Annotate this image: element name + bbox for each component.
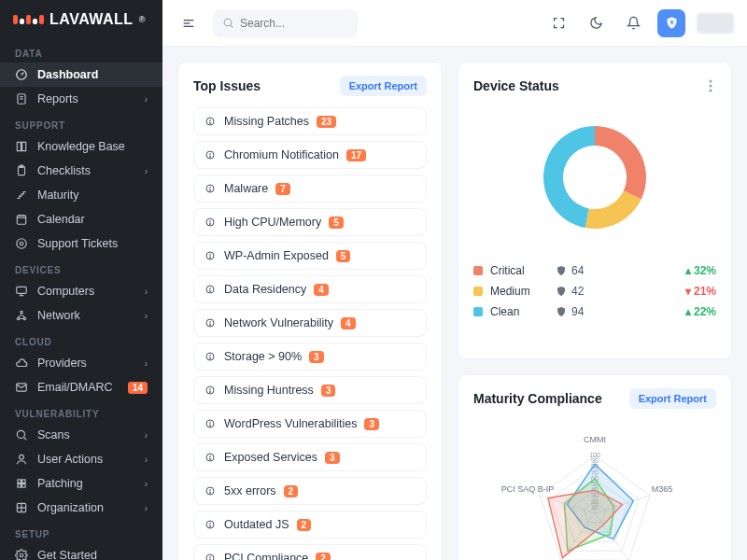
sidebar-item-patching[interactable]: Patching› bbox=[0, 471, 162, 496]
export-top-issues-button[interactable]: Export Report bbox=[340, 76, 427, 96]
menu-toggle-button[interactable] bbox=[176, 10, 202, 36]
sidebar-item-checklists[interactable]: Checklists› bbox=[0, 159, 162, 183]
search-box[interactable] bbox=[213, 9, 358, 37]
sidebar-item-calendar[interactable]: Calendar bbox=[0, 207, 162, 231]
expose-icon bbox=[204, 451, 217, 464]
sidebar-item-label: Reports bbox=[37, 92, 78, 105]
sidebar-item-network[interactable]: Network› bbox=[0, 303, 162, 328]
sidebar-item-organization[interactable]: Organization› bbox=[0, 496, 162, 520]
issue-list: Missing Patches23Chromium Notification17… bbox=[193, 107, 427, 560]
sidebar-item-label: Dashboard bbox=[37, 68, 98, 81]
chevron-right-icon: › bbox=[145, 358, 148, 369]
brand-name: LAVAWALL bbox=[49, 11, 134, 28]
report-icon bbox=[15, 92, 28, 105]
issue-label: PCI Compliance bbox=[224, 552, 308, 560]
svg-line-35 bbox=[231, 25, 233, 27]
shield-icon bbox=[556, 265, 567, 276]
fullscreen-button[interactable] bbox=[545, 10, 571, 36]
topbar bbox=[162, 0, 747, 47]
issue-row[interactable]: High CPU/Memory5 bbox=[193, 208, 427, 236]
search-icon bbox=[222, 17, 234, 29]
top-issues-card: Top Issues Export Report Missing Patches… bbox=[177, 62, 443, 560]
steps-icon bbox=[15, 189, 28, 202]
sidebar-item-scans[interactable]: Scans› bbox=[0, 423, 162, 447]
svg-point-83 bbox=[710, 85, 712, 88]
chevron-right-icon: › bbox=[145, 430, 148, 441]
svg-text:90: 90 bbox=[591, 457, 599, 464]
svg-rect-24 bbox=[18, 484, 21, 488]
issue-row[interactable]: Missing Huntress3 bbox=[193, 376, 427, 404]
sidebar-section-label: CLOUD bbox=[0, 328, 162, 351]
notifications-button[interactable] bbox=[620, 10, 646, 36]
issue-row[interactable]: WordPress Vulnerabilities3 bbox=[193, 410, 427, 438]
svg-point-54 bbox=[210, 291, 211, 292]
issue-row[interactable]: Malware7 bbox=[193, 175, 427, 203]
chevron-right-icon: › bbox=[145, 503, 148, 513]
issue-label: 5xx errors bbox=[224, 484, 276, 497]
globe-icon bbox=[204, 283, 217, 296]
gear-icon bbox=[15, 549, 28, 560]
sidebar-item-get-started[interactable]: Get Started bbox=[0, 543, 162, 560]
sidebar-item-email-dmarc[interactable]: Email/DMARC14 bbox=[0, 375, 162, 399]
issue-row[interactable]: WP-Admin Exposed5 bbox=[193, 242, 427, 270]
cpu-icon bbox=[204, 216, 217, 229]
issue-row[interactable]: Storage > 90%3 bbox=[193, 343, 427, 371]
sidebar-item-label: Patching bbox=[37, 477, 83, 490]
book-icon bbox=[15, 140, 28, 153]
patch-icon bbox=[204, 115, 217, 128]
legend-swatch bbox=[473, 266, 483, 275]
pci-icon bbox=[204, 552, 217, 560]
gauge-icon bbox=[15, 68, 28, 81]
device-status-card: Device Status Critical64▴ 32%Medium42▾ 2… bbox=[458, 62, 732, 359]
svg-rect-23 bbox=[22, 480, 25, 483]
issue-count-badge: 3 bbox=[325, 452, 340, 464]
account-label[interactable] bbox=[697, 13, 734, 34]
issue-row[interactable]: Outdated JS2 bbox=[193, 511, 427, 539]
issue-label: Network Vulnerability bbox=[224, 316, 333, 329]
brand-logo[interactable]: LAVAWALL ® bbox=[0, 0, 162, 39]
issue-row[interactable]: Network Vulnerability4 bbox=[193, 309, 427, 337]
chevron-right-icon: › bbox=[145, 94, 148, 105]
device-status-menu-button[interactable] bbox=[705, 76, 716, 96]
chevron-right-icon: › bbox=[145, 287, 148, 297]
theme-toggle-button[interactable] bbox=[583, 10, 609, 36]
issue-row[interactable]: Chromium Notification17 bbox=[193, 141, 427, 169]
account-shield-button[interactable] bbox=[657, 9, 685, 37]
export-maturity-button[interactable]: Export Report bbox=[629, 388, 716, 409]
issue-label: Storage > 90% bbox=[224, 350, 302, 363]
disk-icon bbox=[204, 350, 217, 363]
issue-row[interactable]: Missing Patches23 bbox=[193, 107, 427, 135]
svg-point-84 bbox=[710, 90, 712, 92]
sidebar-item-label: Maturity bbox=[37, 189, 78, 202]
svg-point-48 bbox=[210, 224, 211, 225]
sidebar-item-providers[interactable]: Providers› bbox=[0, 351, 162, 375]
svg-rect-12 bbox=[17, 287, 27, 293]
issue-count-badge: 23 bbox=[317, 116, 336, 128]
legend-value: 94 bbox=[571, 305, 584, 318]
issue-row[interactable]: Exposed Services3 bbox=[193, 443, 427, 471]
sidebar-item-knowledge-base[interactable]: Knowledge Base bbox=[0, 134, 162, 159]
issue-count-badge: 4 bbox=[314, 284, 329, 296]
svg-text:CMMI: CMMI bbox=[584, 435, 606, 444]
issue-row[interactable]: Data Residency4 bbox=[193, 275, 427, 303]
sidebar-item-reports[interactable]: Reports› bbox=[0, 87, 162, 111]
svg-rect-22 bbox=[18, 480, 21, 483]
svg-point-10 bbox=[17, 239, 27, 249]
calendar-icon bbox=[15, 213, 28, 226]
issue-count-badge: 5 bbox=[336, 250, 351, 262]
issue-label: High CPU/Memory bbox=[224, 216, 321, 229]
sidebar-item-user-actions[interactable]: User Actions› bbox=[0, 447, 162, 471]
svg-point-45 bbox=[210, 190, 211, 191]
search-input[interactable] bbox=[240, 17, 348, 30]
sidebar-item-support-tickets[interactable]: Support Tickets bbox=[0, 231, 162, 256]
net-icon bbox=[204, 316, 217, 329]
main-area: Top Issues Export Report Missing Patches… bbox=[162, 0, 747, 560]
sidebar-item-maturity[interactable]: Maturity bbox=[0, 183, 162, 207]
sidebar-item-computers[interactable]: Computers› bbox=[0, 279, 162, 303]
issue-row[interactable]: 5xx errors2 bbox=[193, 477, 427, 505]
issue-row[interactable]: PCI Compliance2 bbox=[193, 544, 427, 560]
issue-label: Outdated JS bbox=[224, 518, 289, 531]
sidebar-item-label: Network bbox=[37, 309, 80, 322]
bell-icon bbox=[204, 148, 217, 161]
sidebar-item-dashboard[interactable]: Dashboard bbox=[0, 63, 162, 87]
